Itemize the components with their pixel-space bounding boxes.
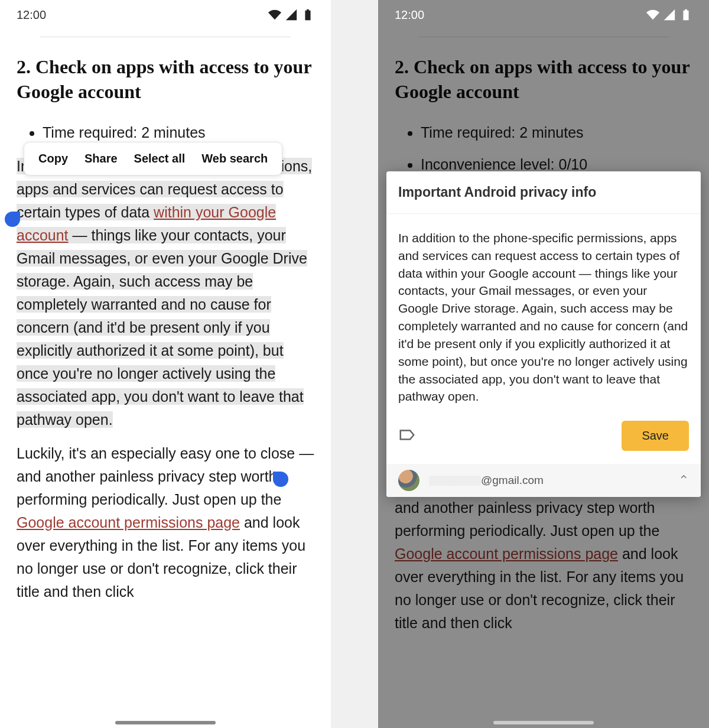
text-selection-toolbar: Copy Share Select all Web search [24,142,282,176]
status-bar: 12:00 [0,0,331,30]
battery-icon [679,8,692,21]
bullet-time-required: Time required: 2 minutes [43,122,314,144]
avatar [398,470,419,491]
paragraph-2[interactable]: Luckily, it's an especially easy one to … [17,442,314,603]
selected-text[interactable]: In addition to the phone-specific permis… [17,158,312,428]
bullet-list: Time required: 2 minutes [43,122,314,144]
section-heading: 2. Check on apps with access to your Goo… [395,55,692,104]
battery-icon [301,8,314,21]
keep-note-dialog: Important Android privacy info In additi… [386,171,701,497]
status-time: 12:00 [17,8,46,22]
wifi-icon [268,8,281,21]
home-indicator[interactable] [493,721,594,724]
share-button[interactable]: Share [84,152,118,165]
link-permissions-page[interactable]: Google account permissions page [17,514,240,531]
cell-signal-icon [663,8,676,21]
phone-screen-right: 12:00 2. Check on apps with access to yo… [378,0,709,728]
phone-screen-left: 12:00 2. Check on apps with access to yo… [0,0,331,728]
wifi-icon [646,8,659,21]
article-content[interactable]: 2. Check on apps with access to your Goo… [0,34,331,728]
status-icons [646,8,692,21]
copy-button[interactable]: Copy [38,152,68,165]
note-body[interactable]: In addition to the phone-specific permis… [386,214,701,408]
chevron-up-icon[interactable]: ⌃ [678,473,689,488]
account-row[interactable]: xxxxx@gmail.com ⌃ [386,464,701,497]
link-permissions-page: Google account permissions page [395,545,618,562]
note-title[interactable]: Important Android privacy info [386,171,701,214]
save-button[interactable]: Save [622,421,689,451]
select-all-button[interactable]: Select all [134,152,186,165]
status-time: 12:00 [395,8,424,22]
divider [40,37,291,37]
note-actions: Save [386,408,701,464]
label-icon[interactable] [398,426,416,446]
bullet-list: Time required: 2 minutes Inconvenience l… [421,122,692,176]
divider [418,37,669,37]
status-bar: 12:00 [378,0,709,30]
email-redacted: xxxxx [429,476,481,486]
selection-handle-start[interactable] [5,212,20,227]
section-heading: 2. Check on apps with access to your Goo… [17,55,314,104]
web-search-button[interactable]: Web search [201,152,268,165]
status-icons [268,8,314,21]
home-indicator[interactable] [115,721,216,724]
bullet-time-required: Time required: 2 minutes [421,122,692,144]
paragraph-2: Luckily, it's an especially easy one to … [395,473,692,635]
selection-handle-end[interactable] [273,472,288,487]
cell-signal-icon [285,8,298,21]
account-email: xxxxx@gmail.com [429,474,544,487]
paragraph-1[interactable]: In addition to the phone-specific permis… [17,155,314,431]
